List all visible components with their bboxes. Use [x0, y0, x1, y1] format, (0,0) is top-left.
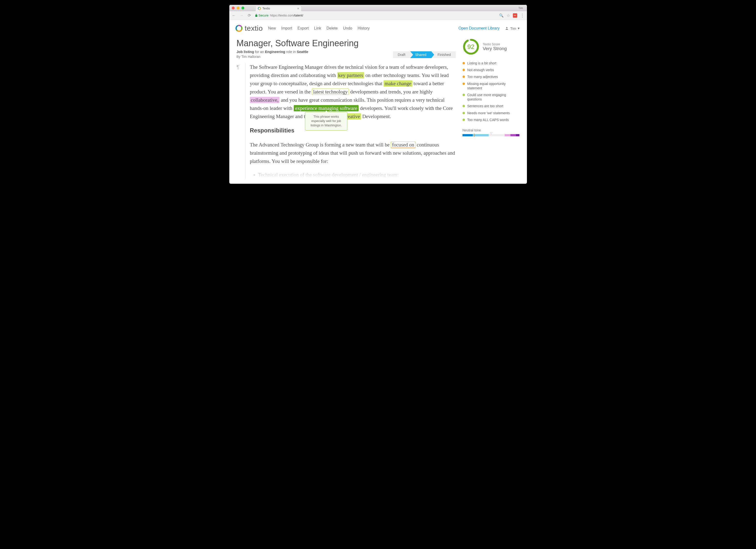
issue-text: Too many adjectives [467, 75, 498, 79]
menu-export[interactable]: Export [298, 26, 309, 31]
issue-text: Sentences are too short [467, 104, 503, 108]
highlight-focused-on[interactable]: focused on [391, 142, 416, 148]
user-icon [505, 26, 509, 30]
issue-text: Needs more 'we' statements [467, 111, 510, 115]
issue-item[interactable]: Needs more 'we' statements [463, 111, 520, 115]
issue-item[interactable]: Listing is a bit short [463, 61, 520, 65]
user-name: Tim [510, 26, 516, 31]
tone-marker [474, 134, 475, 137]
menu-undo[interactable]: Undo [343, 26, 352, 31]
forward-button[interactable]: → [239, 13, 244, 18]
issue-text: Too many ALL CAPS words [467, 118, 509, 122]
svg-point-8 [506, 27, 507, 28]
zoom-icon[interactable]: 🔍 [499, 13, 504, 18]
url-field[interactable]: Secure https://textio.com/talent/ [255, 14, 496, 17]
menu-history[interactable]: History [358, 26, 370, 31]
sidebar: 92 Textio Score Very Strong Listing is a… [463, 38, 520, 179]
paragraph-2[interactable]: The Advanced Technology Group is forming… [250, 141, 456, 165]
logo-text: textio [245, 24, 263, 32]
issue-item[interactable]: Not enough verbs [463, 68, 520, 72]
phrase-tooltip: This phrase works especially well for jo… [305, 112, 347, 131]
score-widget[interactable]: 92 Textio Score Very Strong [463, 38, 520, 55]
menu-new[interactable]: New [268, 26, 276, 31]
issue-dot-icon [463, 76, 465, 78]
score-number: 92 [467, 43, 474, 51]
bullet-list[interactable]: Technical execution of the software deve… [250, 171, 456, 179]
close-window-button[interactable] [232, 7, 235, 9]
issue-dot-icon [463, 94, 465, 96]
menu-link[interactable]: Link [314, 26, 321, 31]
issue-text: Not enough verbs [467, 68, 494, 72]
maximize-window-button[interactable] [241, 7, 244, 9]
reload-button[interactable]: ⟳ [247, 13, 252, 18]
document-body: ¶ The Software Engineering Manager drive… [237, 63, 456, 179]
open-library-link[interactable]: Open Document Library [458, 26, 500, 31]
status-draft[interactable]: Draft [393, 51, 410, 58]
browser-menu-button[interactable]: ⋮ [520, 13, 525, 18]
main-area: Manager, Software Engineering Job listin… [229, 37, 527, 184]
status-finished[interactable]: Finished [431, 51, 456, 58]
issue-item[interactable]: Too many ALL CAPS words [463, 118, 520, 122]
favicon-icon [258, 7, 261, 10]
issue-text: Missing equal opportunity statement [467, 82, 520, 90]
star-icon[interactable]: ☆ [507, 13, 510, 18]
tone-caret-icon: ▽ [490, 131, 493, 135]
document-column: Manager, Software Engineering Job listin… [237, 38, 456, 179]
issue-item[interactable]: Could use more engaging questions [463, 93, 520, 101]
logo[interactable]: textio [235, 24, 263, 32]
issue-item[interactable]: Sentences are too short [463, 104, 520, 108]
score-strength: Very Strong [483, 46, 507, 51]
secure-label: Secure [259, 14, 269, 17]
window-titlebar: Textio × Tim [229, 5, 527, 11]
address-bar: ← → ⟳ Secure https://textio.com/talent/ … [229, 11, 527, 20]
issue-dot-icon [463, 119, 465, 121]
content-column[interactable]: The Software Engineering Manager drives … [245, 63, 456, 179]
issue-dot-icon [463, 69, 465, 71]
highlight-make-change[interactable]: make change [384, 80, 412, 87]
issue-dot-icon [463, 83, 465, 85]
menu-import[interactable]: Import [281, 26, 292, 31]
highlight-latest-tech[interactable]: latest technology [312, 89, 349, 95]
highlight-experience[interactable]: experience managing softwareThis phrase … [294, 105, 359, 111]
logo-icon [235, 24, 243, 32]
issue-dot-icon [463, 112, 465, 114]
issue-item[interactable]: Too many adjectives [463, 75, 520, 79]
lock-icon [255, 14, 258, 17]
issue-list: Listing is a bit shortNot enough verbsTo… [463, 61, 520, 122]
back-button[interactable]: ← [232, 13, 236, 18]
extension-icon[interactable]: ••• [513, 13, 517, 18]
browser-window: Textio × Tim ← → ⟳ Secure https://textio… [229, 5, 527, 184]
score-label: Textio Score [483, 42, 507, 46]
issue-item[interactable]: Missing equal opportunity statement [463, 82, 520, 90]
status-shared[interactable]: Shared [410, 51, 431, 58]
profile-label: Tim [518, 7, 525, 9]
heading-responsibilities[interactable]: Responsibilities [250, 126, 456, 135]
status-bar: Draft Shared Finished [393, 51, 456, 58]
minimize-window-button[interactable] [237, 7, 239, 9]
user-menu[interactable]: Tim ▾ [505, 26, 519, 31]
tone-widget[interactable]: Neutral tone ▽ [463, 128, 520, 136]
browser-tab[interactable]: Textio × [255, 6, 301, 11]
highlight-key-partners[interactable]: key partners [337, 72, 364, 78]
bullet-item[interactable]: Technical execution of the software deve… [258, 171, 456, 179]
pilcrow-icon: ¶ [237, 63, 241, 179]
issue-dot-icon [463, 105, 465, 107]
paragraph-1[interactable]: The Software Engineering Manager drives … [250, 63, 456, 121]
issue-text: Listing is a bit short [467, 61, 496, 65]
document-title[interactable]: Manager, Software Engineering [237, 38, 456, 48]
svg-rect-3 [255, 15, 257, 17]
score-circle: 92 [463, 38, 479, 55]
chevron-down-icon: ▾ [518, 26, 520, 31]
highlight-collaborative[interactable]: collaborative, [250, 97, 280, 103]
issue-text: Could use more engaging questions [467, 93, 520, 101]
issue-dot-icon [463, 62, 465, 64]
app-header: textio New Import Export Link Delete Und… [229, 20, 527, 37]
close-tab-button[interactable]: × [297, 7, 299, 10]
menu-delete[interactable]: Delete [326, 26, 338, 31]
traffic-lights [232, 7, 244, 9]
tone-bar: ▽ [463, 134, 520, 136]
tab-title: Textio [262, 7, 270, 10]
